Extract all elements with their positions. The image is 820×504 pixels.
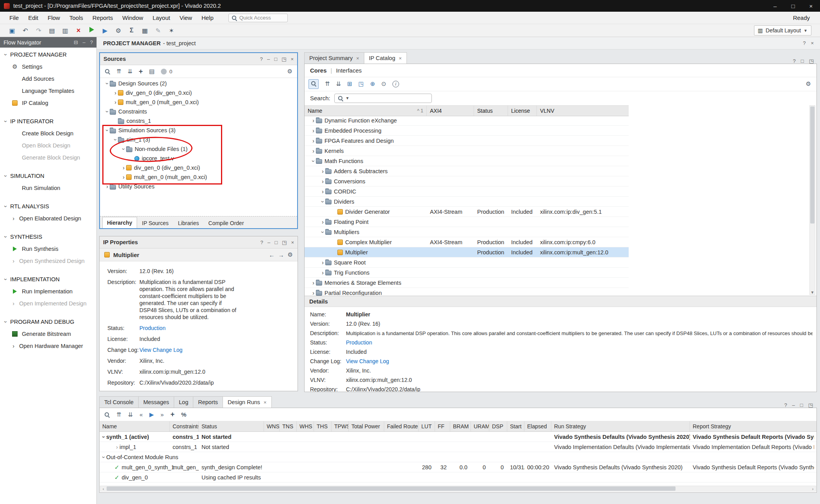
- flow-item-run-simulation[interactable]: Run Simulation: [0, 182, 96, 194]
- menu-edit[interactable]: Edit: [23, 12, 43, 24]
- column-license[interactable]: License: [508, 106, 537, 116]
- tab-reports[interactable]: Reports: [193, 396, 223, 408]
- tree-item-ipcore-test-v[interactable]: ipcore_test.v: [100, 154, 297, 163]
- column-header[interactable]: DSP: [489, 421, 507, 431]
- chevron-collapsed-icon[interactable]: ›: [121, 165, 126, 171]
- flow-item-run-synthesis[interactable]: Run Synthesis: [0, 243, 96, 255]
- section-header-synthesis[interactable]: › SYNTHESIS: [0, 231, 96, 243]
- sigma-icon[interactable]: Σ: [125, 27, 138, 34]
- minimize-panel-icon[interactable]: –: [83, 39, 86, 45]
- tree-item-design-sources[interactable]: › Design Sources (2): [100, 79, 297, 88]
- section-header-implementation[interactable]: › IMPLEMENTATION: [0, 273, 96, 285]
- gear-icon[interactable]: ⚙: [288, 251, 293, 258]
- menu-view[interactable]: View: [175, 12, 197, 24]
- maximize-button[interactable]: □: [784, 0, 802, 12]
- run-row-synth-1[interactable]: ›synth_1 (active) constrs_1 Not started …: [100, 432, 816, 442]
- float-panel-icon[interactable]: ◳: [808, 402, 813, 408]
- section-header-project-manager[interactable]: › PROJECT MANAGER: [0, 48, 96, 60]
- chevron-collapsed-icon[interactable]: ›: [311, 138, 316, 144]
- add-sources-icon[interactable]: +: [139, 67, 143, 76]
- create-run-icon[interactable]: +: [170, 410, 175, 419]
- run-row-impl-1[interactable]: ›impl_1 constrs_1 Not started Vivado Imp…: [100, 442, 816, 452]
- help-icon[interactable]: ?: [260, 56, 263, 62]
- search-icon[interactable]: [105, 69, 110, 74]
- menu-tools[interactable]: Tools: [65, 12, 88, 24]
- dock-icon[interactable]: ⊟: [74, 39, 78, 45]
- run-icon[interactable]: [85, 27, 98, 34]
- flow-item-settings[interactable]: ⚙ Settings: [0, 60, 96, 73]
- float-panel-icon[interactable]: ◳: [282, 240, 287, 245]
- status-link[interactable]: Production: [346, 339, 372, 346]
- column-header[interactable]: BRAM: [450, 421, 471, 431]
- help-icon[interactable]: ?: [803, 40, 806, 46]
- scroll-left-icon[interactable]: ‹: [100, 486, 106, 491]
- chevron-collapsed-icon[interactable]: ›: [311, 148, 316, 154]
- section-header-ip-integrator[interactable]: › IP INTEGRATOR: [0, 115, 96, 127]
- column-header[interactable]: THS: [314, 421, 332, 431]
- menu-flow[interactable]: Flow: [43, 12, 65, 24]
- catalog-search-input[interactable]: ▼: [334, 94, 432, 103]
- chevron-collapsed-icon[interactable]: ›: [105, 183, 110, 190]
- expand-all-icon[interactable]: ⇊: [336, 80, 341, 87]
- flow-item-open-implemented-design[interactable]: › Open Implemented Design: [0, 297, 96, 309]
- column-header[interactable]: WNS: [264, 421, 280, 431]
- chevron-collapsed-icon[interactable]: ›: [320, 270, 325, 276]
- catalog-row[interactable]: Divider Generator AXI4-StreamProductionI…: [305, 207, 629, 217]
- catalog-row[interactable]: ›Kernels: [305, 146, 629, 156]
- tab-messages[interactable]: Messages: [138, 396, 174, 408]
- section-header-program-and-debug[interactable]: › PROGRAM AND DEBUG: [0, 316, 96, 328]
- help-icon[interactable]: ?: [260, 240, 263, 245]
- web-icon[interactable]: ⊙: [381, 80, 387, 87]
- chevron-collapsed-icon[interactable]: ›: [113, 99, 118, 105]
- tree-item-mult-gen-0[interactable]: › mult_gen_0 (mult_gen_0.xci): [100, 98, 297, 107]
- help-icon[interactable]: ?: [793, 58, 796, 64]
- scrollbar-thumb[interactable]: [107, 486, 676, 491]
- collapse-all-icon[interactable]: ⇈: [325, 80, 330, 87]
- change-log-link[interactable]: View Change Log: [346, 358, 389, 364]
- chevron-collapsed-icon[interactable]: ›: [311, 128, 316, 134]
- tree-item-div-gen-0[interactable]: › div_gen_0 (div_gen_0.xci): [100, 88, 297, 98]
- search-toggle-icon[interactable]: [308, 79, 319, 89]
- detach-icon[interactable]: ◳: [358, 80, 364, 87]
- flow-item-open-hardware-manager[interactable]: › Open Hardware Manager: [0, 340, 96, 352]
- layout-selector[interactable]: ▥ Default Layout ▼: [754, 25, 811, 35]
- help-icon[interactable]: ?: [90, 39, 93, 45]
- tab-libraries[interactable]: Libraries: [174, 218, 203, 228]
- minimize-panel-icon[interactable]: –: [792, 402, 795, 408]
- maximize-panel-icon[interactable]: □: [801, 58, 804, 64]
- flow-item-ip-catalog[interactable]: IP Catalog: [0, 97, 96, 109]
- pencil-icon[interactable]: ✎: [152, 27, 165, 34]
- subtab-cores[interactable]: Cores: [310, 67, 327, 74]
- chevron-collapsed-icon[interactable]: ›: [320, 188, 325, 195]
- close-panel-icon[interactable]: ×: [291, 56, 294, 62]
- scroll-right-icon[interactable]: ›: [810, 486, 816, 491]
- column-header[interactable]: Failed Routes: [384, 421, 419, 431]
- tab-log[interactable]: Log: [174, 396, 193, 408]
- percent-icon[interactable]: %: [181, 411, 186, 418]
- gear-icon[interactable]: ⚙: [806, 80, 811, 87]
- chevron-collapsed-icon[interactable]: ›: [320, 168, 325, 174]
- float-panel-icon[interactable]: ◳: [282, 56, 286, 62]
- chevron-collapsed-icon[interactable]: ›: [311, 290, 316, 296]
- catalog-row[interactable]: ›Multipliers: [305, 227, 629, 237]
- tree-item-constraints[interactable]: › Constraints: [100, 107, 297, 116]
- column-name[interactable]: Name ^ 1: [305, 106, 427, 116]
- add-repository-icon[interactable]: ⊕: [370, 80, 375, 87]
- catalog-row[interactable]: ›FPGA Features and Design: [305, 136, 629, 146]
- file-icon[interactable]: ▤: [149, 68, 155, 75]
- catalog-row[interactable]: ›Conversions: [305, 176, 629, 186]
- catalog-row[interactable]: ›Math Functions: [305, 156, 629, 166]
- undo-icon[interactable]: ↶: [19, 27, 32, 34]
- info-icon[interactable]: i: [392, 81, 399, 87]
- flow-item-run-implementation[interactable]: Run Implementation: [0, 285, 96, 297]
- chart-icon[interactable]: ▦: [138, 27, 152, 34]
- chevron-expanded-icon[interactable]: ›: [101, 434, 107, 439]
- gear-icon[interactable]: ⚙: [287, 68, 292, 75]
- column-vlnv[interactable]: VLNV: [537, 106, 629, 116]
- redo-icon[interactable]: ↷: [32, 27, 45, 34]
- flow-item-generate-bitstream[interactable]: Generate Bitstream: [0, 328, 96, 340]
- subtab-interfaces[interactable]: Interfaces: [336, 67, 362, 74]
- close-button[interactable]: ×: [802, 0, 820, 12]
- scroll-down-icon[interactable]: ▼: [810, 290, 815, 295]
- column-header[interactable]: WHS: [297, 421, 314, 431]
